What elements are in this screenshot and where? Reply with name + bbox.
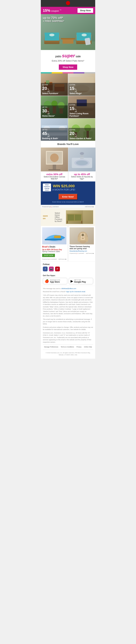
super-sale-title: patio super sale — [43, 53, 93, 58]
coupon-sup: ™ — [60, 9, 61, 11]
follow-icons: f 📷 P — [43, 266, 93, 271]
pinterest-icon[interactable]: P — [55, 266, 60, 271]
svg-rect-6 — [63, 40, 73, 44]
pch-powered-by: Powered by L LiveIntent — [42, 206, 59, 208]
svg-rect-62 — [80, 157, 84, 159]
pch-footer: Powered by L LiveIntent AdChoices ▶ — [41, 205, 95, 208]
ads-row: Brad's Deals Up to 80% Off Every Day Spr… — [41, 226, 95, 261]
hearing-url: theaudacityofhearing.com — [69, 250, 94, 252]
product-bedding[interactable]: up to 45 %off Bedding & Bath* — [41, 118, 68, 141]
coupon-banner: 15% coupon ™ Shop Now — [41, 7, 95, 14]
signup-link[interactable]: Sign Up for Overstock email. — [66, 291, 86, 292]
super-sale-extra: Extra 20% off Select Patio Items* — [43, 60, 93, 62]
hearing-footer: Powered by L LiveIntent AdChoices ▶ — [69, 252, 94, 254]
pch-month: A MONTH FOR LIFE! — [52, 188, 75, 191]
bush-text: Select Home Office Furniture by Bush* — [55, 212, 64, 222]
hero-overlay: up to 70% off* + FREE SHIPPING* — [43, 16, 64, 22]
friend-link: Received the email from a friend? Sign U… — [43, 290, 93, 293]
super-sale-section: patio super sale Extra 20% off Select Pa… — [41, 50, 95, 72]
brads-shop-now-button[interactable]: SHOP NOW — [42, 254, 55, 257]
svg-rect-67 — [67, 221, 68, 224]
google-prefix: GET IT ON — [74, 279, 86, 281]
bush-ad[interactable]: save on Select Home Office Furniture by … — [41, 208, 95, 226]
email-link[interactable]: d50b5ae@ulltext.com — [61, 288, 76, 290]
svg-rect-72 — [45, 239, 62, 240]
ad-brads: Brad's Deals Up to 80% Off Every Day Spr… — [41, 226, 68, 261]
svg-rect-68 — [81, 221, 82, 224]
product-overlay-bedding: up to 45 %off Bedding & Bath* — [41, 128, 68, 141]
coupon-text: 15% coupon ™ — [43, 8, 61, 13]
hearing-ad-choices[interactable]: AdChoices ▶ — [86, 252, 94, 254]
sale-word: sale — [76, 55, 81, 58]
svg-point-11 — [82, 34, 87, 36]
brand-canvas-info: extra 30% off Select Decorative Canvas W… — [41, 172, 68, 181]
google-play-icon: ▶ — [70, 279, 73, 283]
hearing-image — [69, 227, 94, 244]
copyright: © 2018 Overstock.com, Inc. All rights re… — [43, 351, 93, 357]
svg-rect-54 — [53, 164, 56, 170]
svg-point-53 — [50, 154, 59, 162]
product-overlay-furniture: extra 20 %off Select Furniture* — [41, 83, 68, 96]
pch-event-text: Event Winner to be Announced 6/30 on NBC… — [43, 201, 93, 203]
canvas-discount: extra 30% off — [42, 173, 67, 176]
pch-ad-choices[interactable]: AdChoices ▶ — [85, 206, 94, 208]
product-overlay-living: extra 15 %off Select Living Room Furnitu… — [68, 103, 95, 118]
app-store-button[interactable]: 🍎 Download on the App Store — [43, 278, 67, 284]
apps-section: Get Our Apps: 🍎 Download on the App Stor… — [41, 273, 95, 286]
svg-rect-82 — [79, 234, 81, 239]
footer-section: This message was sent to: d50b5ae@ulltex… — [41, 286, 95, 359]
hero-up-to: up to 70% off* — [43, 16, 64, 20]
hero-section: up to 70% off* + FREE SHIPPING* — [41, 14, 95, 50]
svg-point-61 — [80, 152, 84, 155]
coupon-shop-now-button[interactable]: Shop Now — [77, 8, 93, 13]
brand-sinks-info: up to 45% off Select Sinks & Faucets by … — [68, 172, 96, 181]
product-decor[interactable]: up to 30 %off Home Decor* — [41, 96, 68, 118]
footer-links: Manage Preferences Terms & Conditions Pr… — [43, 344, 93, 350]
products-note: Products and prices subject to change. O… — [43, 326, 93, 331]
overstock-logo — [66, 1, 70, 5]
app-buttons: 🍎 Download on the App Store ▶ GET IT ON … — [43, 278, 93, 284]
product-furniture[interactable]: extra 20 %off Select Furniture* — [41, 74, 68, 96]
svg-point-10 — [49, 34, 54, 36]
super-sale-shop-now-button[interactable]: Shop Now — [59, 64, 77, 70]
category-bedding: Bedding & Bath* — [42, 137, 67, 140]
svg-rect-5 — [61, 38, 75, 40]
coupon-percent: 15% — [43, 8, 50, 12]
hero-image: up to 70% off* + FREE SHIPPING* — [41, 14, 95, 50]
privacy-link[interactable]: Privacy — [76, 346, 82, 348]
online-help-link[interactable]: Online Help — [84, 346, 92, 348]
category-living: Select Living Room Furniture* — [69, 112, 94, 117]
brads-image — [42, 227, 67, 244]
header-bar — [41, 0, 95, 7]
facebook-icon[interactable]: f — [43, 266, 48, 271]
product-living[interactable]: extra 15 %off Select Living Room Furnitu… — [68, 96, 95, 118]
hearing-title: These German hearing aids are going vira… — [69, 246, 94, 250]
svg-rect-71 — [54, 236, 61, 238]
instagram-icon[interactable]: 📷 — [49, 266, 54, 271]
product-garden[interactable]: extra 20 %off Select Garden & Patio* — [68, 118, 95, 141]
ad-hearing: These German hearing aids are going vira… — [68, 226, 95, 261]
get-apps-label: Get Our Apps: — [43, 274, 93, 276]
terms-link[interactable]: Terms & Conditions — [61, 346, 74, 348]
brand-canvas[interactable]: extra 30% off Select Decorative Canvas W… — [41, 148, 68, 181]
brads-ad-choices[interactable]: AdChoices ▶ — [59, 258, 67, 260]
follow-section: Follow: f 📷 P — [41, 261, 95, 273]
svg-point-78 — [82, 234, 84, 236]
category-furniture: Select Furniture* — [42, 92, 67, 95]
product-overlay-garden: extra 20 %off Select Garden & Patio* — [68, 128, 95, 141]
product-rugs[interactable]: extra 15 %off Select Rugs* — [68, 74, 95, 96]
sent-to: This message was sent to: d50b5ae@ulltex… — [43, 288, 93, 290]
google-play-label: Google Play — [74, 281, 86, 283]
super-word: super — [62, 53, 75, 58]
bush-save: save — [43, 214, 53, 217]
canvas-desc: Select Decorative Canvas Wall Art* — [42, 176, 67, 180]
apple-icon: 🍎 — [45, 279, 49, 283]
brand-sinks[interactable]: up to 45% off Select Sinks & Faucets by … — [68, 148, 96, 181]
manage-preferences-link[interactable]: Manage Preferences — [44, 346, 58, 348]
brands-grid: extra 30% off Select Decorative Canvas W… — [41, 148, 95, 181]
product-overlay-rugs: extra 15 %off Select Rugs* — [68, 83, 95, 96]
brads-subtitle: Up to 80% Off Every Day — [42, 249, 67, 250]
google-play-button[interactable]: ▶ GET IT ON Google Play — [69, 278, 93, 284]
pch-enter-button[interactable]: Enter Now! — [59, 194, 78, 200]
brands-header: Brands You'll Love — [41, 141, 95, 148]
